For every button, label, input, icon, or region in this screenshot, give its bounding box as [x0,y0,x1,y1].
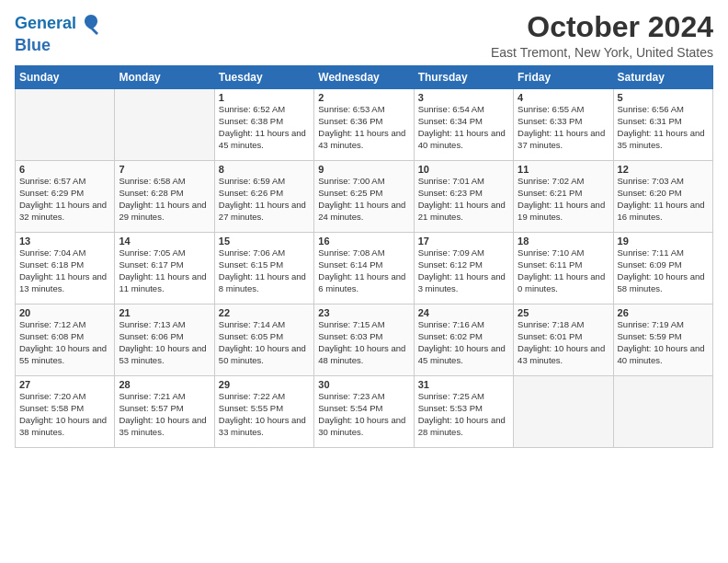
calendar-cell: 17Sunrise: 7:09 AM Sunset: 6:12 PM Dayli… [414,233,513,304]
day-info: Sunrise: 7:25 AM Sunset: 5:53 PM Dayligh… [418,391,509,438]
day-info: Sunrise: 7:14 AM Sunset: 6:05 PM Dayligh… [219,319,310,366]
day-info: Sunrise: 7:00 AM Sunset: 6:25 PM Dayligh… [318,176,409,223]
day-info: Sunrise: 7:05 AM Sunset: 6:17 PM Dayligh… [119,247,210,294]
calendar-cell: 11Sunrise: 7:02 AM Sunset: 6:21 PM Dayli… [514,161,613,233]
calendar-cell: 2Sunrise: 6:53 AM Sunset: 6:36 PM Daylig… [314,89,414,161]
day-info: Sunrise: 7:21 AM Sunset: 5:57 PM Dayligh… [119,391,210,438]
day-number: 25 [518,307,609,318]
calendar-cell: 1Sunrise: 6:52 AM Sunset: 6:38 PM Daylig… [214,89,313,161]
weekday-header-saturday: Saturday [613,66,712,89]
calendar-body: 1Sunrise: 6:52 AM Sunset: 6:38 PM Daylig… [16,89,713,448]
weekday-header-sunday: Sunday [16,66,115,89]
day-number: 1 [219,92,310,103]
calendar-cell: 8Sunrise: 6:59 AM Sunset: 6:26 PM Daylig… [214,161,313,233]
calendar-table: SundayMondayTuesdayWednesdayThursdayFrid… [15,65,713,448]
calendar-cell: 30Sunrise: 7:23 AM Sunset: 5:54 PM Dayli… [314,376,414,448]
calendar-cell: 24Sunrise: 7:16 AM Sunset: 6:02 PM Dayli… [414,304,513,376]
day-info: Sunrise: 7:02 AM Sunset: 6:21 PM Dayligh… [518,176,609,223]
calendar-cell: 5Sunrise: 6:56 AM Sunset: 6:31 PM Daylig… [613,89,712,161]
calendar-cell: 10Sunrise: 7:01 AM Sunset: 6:23 PM Dayli… [414,161,513,233]
day-info: Sunrise: 6:53 AM Sunset: 6:36 PM Dayligh… [318,104,409,151]
location: East Tremont, New York, United States [491,45,713,60]
calendar-cell [613,376,712,448]
day-number: 4 [518,92,609,103]
page-container: General Blue October 2024 East Tremont, … [0,0,728,455]
day-info: Sunrise: 6:54 AM Sunset: 6:34 PM Dayligh… [418,104,509,151]
day-number: 21 [119,307,210,318]
day-number: 17 [418,236,509,247]
calendar-cell: 6Sunrise: 6:57 AM Sunset: 6:29 PM Daylig… [16,161,115,233]
day-number: 26 [618,307,709,318]
month-title: October 2024 [491,11,713,43]
day-number: 31 [418,379,509,390]
day-info: Sunrise: 7:23 AM Sunset: 5:54 PM Dayligh… [318,391,409,438]
calendar-cell: 9Sunrise: 7:00 AM Sunset: 6:25 PM Daylig… [314,161,414,233]
day-number: 7 [119,164,210,175]
calendar-cell: 19Sunrise: 7:11 AM Sunset: 6:09 PM Dayli… [613,233,712,304]
weekday-header-friday: Friday [514,66,613,89]
calendar-cell: 21Sunrise: 7:13 AM Sunset: 6:06 PM Dayli… [115,304,214,376]
calendar-week-0: 1Sunrise: 6:52 AM Sunset: 6:38 PM Daylig… [16,89,713,161]
day-info: Sunrise: 7:18 AM Sunset: 6:01 PM Dayligh… [518,319,609,366]
day-info: Sunrise: 6:59 AM Sunset: 6:26 PM Dayligh… [219,176,310,223]
day-number: 3 [418,92,509,103]
calendar-cell: 22Sunrise: 7:14 AM Sunset: 6:05 PM Dayli… [214,304,313,376]
calendar-cell: 3Sunrise: 6:54 AM Sunset: 6:34 PM Daylig… [414,89,513,161]
calendar-cell: 20Sunrise: 7:12 AM Sunset: 6:08 PM Dayli… [16,304,115,376]
weekday-header-monday: Monday [115,66,214,89]
day-number: 10 [418,164,509,175]
day-number: 30 [318,379,409,390]
header: General Blue October 2024 East Tremont, … [15,11,713,60]
day-info: Sunrise: 7:04 AM Sunset: 6:18 PM Dayligh… [19,247,110,294]
logo-text: General [15,15,76,33]
logo: General Blue [15,11,104,55]
title-block: October 2024 East Tremont, New York, Uni… [491,11,713,60]
day-number: 23 [318,307,409,318]
day-number: 27 [19,379,110,390]
day-number: 19 [618,236,709,247]
weekday-header-tuesday: Tuesday [214,66,313,89]
day-info: Sunrise: 7:11 AM Sunset: 6:09 PM Dayligh… [618,247,709,294]
calendar-week-1: 6Sunrise: 6:57 AM Sunset: 6:29 PM Daylig… [16,161,713,233]
day-number: 14 [119,236,210,247]
day-info: Sunrise: 7:22 AM Sunset: 5:55 PM Dayligh… [219,391,310,438]
calendar-cell: 15Sunrise: 7:06 AM Sunset: 6:15 PM Dayli… [214,233,313,304]
day-number: 28 [119,379,210,390]
day-info: Sunrise: 7:06 AM Sunset: 6:15 PM Dayligh… [219,247,310,294]
day-info: Sunrise: 7:08 AM Sunset: 6:14 PM Dayligh… [318,247,409,294]
calendar-cell: 16Sunrise: 7:08 AM Sunset: 6:14 PM Dayli… [314,233,414,304]
calendar-header-row: SundayMondayTuesdayWednesdayThursdayFrid… [16,66,713,89]
day-info: Sunrise: 6:56 AM Sunset: 6:31 PM Dayligh… [618,104,709,151]
day-info: Sunrise: 7:09 AM Sunset: 6:12 PM Dayligh… [418,247,509,294]
day-number: 24 [418,307,509,318]
calendar-cell: 14Sunrise: 7:05 AM Sunset: 6:17 PM Dayli… [115,233,214,304]
calendar-cell: 7Sunrise: 6:58 AM Sunset: 6:28 PM Daylig… [115,161,214,233]
calendar-cell [16,89,115,161]
calendar-cell: 29Sunrise: 7:22 AM Sunset: 5:55 PM Dayli… [214,376,313,448]
day-info: Sunrise: 7:20 AM Sunset: 5:58 PM Dayligh… [19,391,110,438]
day-info: Sunrise: 7:01 AM Sunset: 6:23 PM Dayligh… [418,176,509,223]
day-info: Sunrise: 6:52 AM Sunset: 6:38 PM Dayligh… [219,104,310,151]
day-info: Sunrise: 7:12 AM Sunset: 6:08 PM Dayligh… [19,319,110,366]
calendar-cell: 31Sunrise: 7:25 AM Sunset: 5:53 PM Dayli… [414,376,513,448]
day-number: 8 [219,164,310,175]
day-number: 5 [618,92,709,103]
day-number: 12 [618,164,709,175]
calendar-cell: 25Sunrise: 7:18 AM Sunset: 6:01 PM Dayli… [514,304,613,376]
day-number: 2 [318,92,409,103]
calendar-week-4: 27Sunrise: 7:20 AM Sunset: 5:58 PM Dayli… [16,376,713,448]
calendar-cell: 26Sunrise: 7:19 AM Sunset: 5:59 PM Dayli… [613,304,712,376]
day-number: 6 [19,164,110,175]
day-number: 9 [318,164,409,175]
day-number: 18 [518,236,609,247]
day-info: Sunrise: 6:57 AM Sunset: 6:29 PM Dayligh… [19,176,110,223]
day-info: Sunrise: 7:03 AM Sunset: 6:20 PM Dayligh… [618,176,709,223]
calendar-cell: 18Sunrise: 7:10 AM Sunset: 6:11 PM Dayli… [514,233,613,304]
calendar-cell: 4Sunrise: 6:55 AM Sunset: 6:33 PM Daylig… [514,89,613,161]
logo-icon [78,11,104,37]
day-info: Sunrise: 7:15 AM Sunset: 6:03 PM Dayligh… [318,319,409,366]
day-info: Sunrise: 7:19 AM Sunset: 5:59 PM Dayligh… [618,319,709,366]
day-info: Sunrise: 7:13 AM Sunset: 6:06 PM Dayligh… [119,319,210,366]
logo-blue-text: Blue [15,37,51,55]
calendar-cell: 23Sunrise: 7:15 AM Sunset: 6:03 PM Dayli… [314,304,414,376]
